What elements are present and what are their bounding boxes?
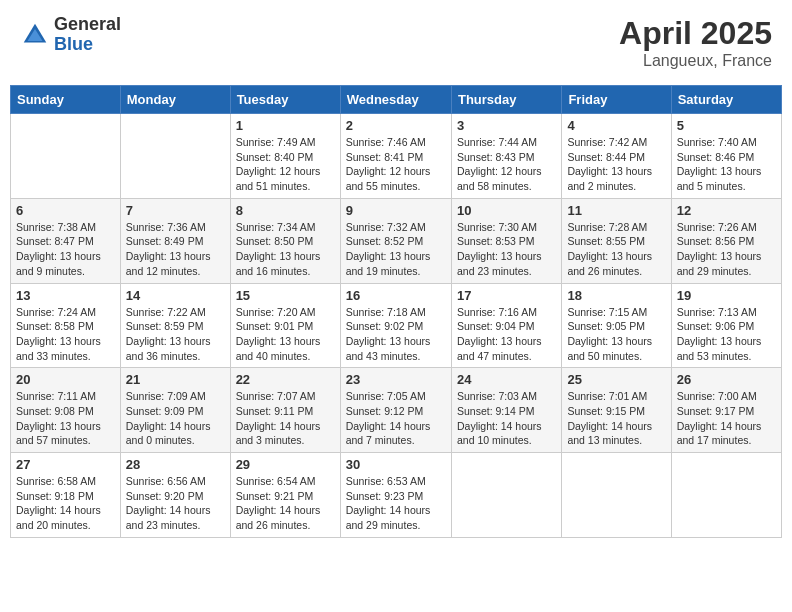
calendar-cell: 10Sunrise: 7:30 AMSunset: 8:53 PMDayligh… (451, 198, 561, 283)
calendar-cell (120, 114, 230, 199)
day-number: 17 (457, 288, 556, 303)
logo-text: General Blue (54, 15, 121, 55)
day-of-week-header: Thursday (451, 86, 561, 114)
logo: General Blue (20, 15, 121, 55)
day-info: Sunrise: 7:38 AMSunset: 8:47 PMDaylight:… (16, 220, 115, 279)
day-number: 23 (346, 372, 446, 387)
day-number: 26 (677, 372, 776, 387)
calendar-table: SundayMondayTuesdayWednesdayThursdayFrid… (10, 85, 782, 538)
day-number: 2 (346, 118, 446, 133)
day-info: Sunrise: 7:09 AMSunset: 9:09 PMDaylight:… (126, 389, 225, 448)
day-number: 10 (457, 203, 556, 218)
calendar-cell: 1Sunrise: 7:49 AMSunset: 8:40 PMDaylight… (230, 114, 340, 199)
day-info: Sunrise: 7:01 AMSunset: 9:15 PMDaylight:… (567, 389, 665, 448)
day-number: 11 (567, 203, 665, 218)
day-info: Sunrise: 7:03 AMSunset: 9:14 PMDaylight:… (457, 389, 556, 448)
calendar-cell: 14Sunrise: 7:22 AMSunset: 8:59 PMDayligh… (120, 283, 230, 368)
day-number: 24 (457, 372, 556, 387)
day-info: Sunrise: 7:13 AMSunset: 9:06 PMDaylight:… (677, 305, 776, 364)
day-number: 13 (16, 288, 115, 303)
day-info: Sunrise: 6:53 AMSunset: 9:23 PMDaylight:… (346, 474, 446, 533)
calendar-cell: 6Sunrise: 7:38 AMSunset: 8:47 PMDaylight… (11, 198, 121, 283)
day-of-week-header: Sunday (11, 86, 121, 114)
day-number: 27 (16, 457, 115, 472)
day-info: Sunrise: 7:40 AMSunset: 8:46 PMDaylight:… (677, 135, 776, 194)
day-of-week-header: Saturday (671, 86, 781, 114)
calendar-cell (671, 453, 781, 538)
day-info: Sunrise: 7:49 AMSunset: 8:40 PMDaylight:… (236, 135, 335, 194)
calendar-cell (11, 114, 121, 199)
calendar-week-row: 20Sunrise: 7:11 AMSunset: 9:08 PMDayligh… (11, 368, 782, 453)
calendar-cell (562, 453, 671, 538)
calendar-cell: 24Sunrise: 7:03 AMSunset: 9:14 PMDayligh… (451, 368, 561, 453)
day-info: Sunrise: 7:15 AMSunset: 9:05 PMDaylight:… (567, 305, 665, 364)
calendar-header-row: SundayMondayTuesdayWednesdayThursdayFrid… (11, 86, 782, 114)
day-number: 14 (126, 288, 225, 303)
day-info: Sunrise: 7:11 AMSunset: 9:08 PMDaylight:… (16, 389, 115, 448)
day-number: 22 (236, 372, 335, 387)
day-info: Sunrise: 7:26 AMSunset: 8:56 PMDaylight:… (677, 220, 776, 279)
day-number: 7 (126, 203, 225, 218)
calendar-cell: 26Sunrise: 7:00 AMSunset: 9:17 PMDayligh… (671, 368, 781, 453)
calendar-cell: 18Sunrise: 7:15 AMSunset: 9:05 PMDayligh… (562, 283, 671, 368)
calendar-cell: 2Sunrise: 7:46 AMSunset: 8:41 PMDaylight… (340, 114, 451, 199)
calendar-cell: 12Sunrise: 7:26 AMSunset: 8:56 PMDayligh… (671, 198, 781, 283)
calendar-cell: 5Sunrise: 7:40 AMSunset: 8:46 PMDaylight… (671, 114, 781, 199)
calendar-cell: 27Sunrise: 6:58 AMSunset: 9:18 PMDayligh… (11, 453, 121, 538)
calendar-cell: 21Sunrise: 7:09 AMSunset: 9:09 PMDayligh… (120, 368, 230, 453)
day-number: 21 (126, 372, 225, 387)
day-info: Sunrise: 7:07 AMSunset: 9:11 PMDaylight:… (236, 389, 335, 448)
logo-icon (20, 20, 50, 50)
day-number: 30 (346, 457, 446, 472)
day-info: Sunrise: 7:05 AMSunset: 9:12 PMDaylight:… (346, 389, 446, 448)
calendar-week-row: 1Sunrise: 7:49 AMSunset: 8:40 PMDaylight… (11, 114, 782, 199)
calendar-cell: 11Sunrise: 7:28 AMSunset: 8:55 PMDayligh… (562, 198, 671, 283)
day-info: Sunrise: 6:54 AMSunset: 9:21 PMDaylight:… (236, 474, 335, 533)
day-info: Sunrise: 7:16 AMSunset: 9:04 PMDaylight:… (457, 305, 556, 364)
day-number: 18 (567, 288, 665, 303)
day-number: 3 (457, 118, 556, 133)
day-of-week-header: Wednesday (340, 86, 451, 114)
day-of-week-header: Monday (120, 86, 230, 114)
day-info: Sunrise: 6:58 AMSunset: 9:18 PMDaylight:… (16, 474, 115, 533)
day-number: 1 (236, 118, 335, 133)
calendar-cell: 8Sunrise: 7:34 AMSunset: 8:50 PMDaylight… (230, 198, 340, 283)
day-number: 19 (677, 288, 776, 303)
logo-general-text: General (54, 15, 121, 35)
month-title: April 2025 (619, 15, 772, 52)
day-info: Sunrise: 7:00 AMSunset: 9:17 PMDaylight:… (677, 389, 776, 448)
day-info: Sunrise: 7:44 AMSunset: 8:43 PMDaylight:… (457, 135, 556, 194)
day-info: Sunrise: 7:34 AMSunset: 8:50 PMDaylight:… (236, 220, 335, 279)
day-info: Sunrise: 7:32 AMSunset: 8:52 PMDaylight:… (346, 220, 446, 279)
day-number: 8 (236, 203, 335, 218)
calendar-cell: 25Sunrise: 7:01 AMSunset: 9:15 PMDayligh… (562, 368, 671, 453)
calendar-cell: 30Sunrise: 6:53 AMSunset: 9:23 PMDayligh… (340, 453, 451, 538)
day-number: 15 (236, 288, 335, 303)
day-of-week-header: Tuesday (230, 86, 340, 114)
day-number: 4 (567, 118, 665, 133)
day-info: Sunrise: 7:36 AMSunset: 8:49 PMDaylight:… (126, 220, 225, 279)
day-info: Sunrise: 7:20 AMSunset: 9:01 PMDaylight:… (236, 305, 335, 364)
title-block: April 2025 Langueux, France (619, 15, 772, 70)
calendar-cell: 28Sunrise: 6:56 AMSunset: 9:20 PMDayligh… (120, 453, 230, 538)
day-info: Sunrise: 7:18 AMSunset: 9:02 PMDaylight:… (346, 305, 446, 364)
day-info: Sunrise: 7:42 AMSunset: 8:44 PMDaylight:… (567, 135, 665, 194)
calendar-cell: 17Sunrise: 7:16 AMSunset: 9:04 PMDayligh… (451, 283, 561, 368)
day-number: 6 (16, 203, 115, 218)
day-number: 12 (677, 203, 776, 218)
day-number: 20 (16, 372, 115, 387)
page-header: General Blue April 2025 Langueux, France (10, 10, 782, 75)
calendar-week-row: 6Sunrise: 7:38 AMSunset: 8:47 PMDaylight… (11, 198, 782, 283)
calendar-cell: 4Sunrise: 7:42 AMSunset: 8:44 PMDaylight… (562, 114, 671, 199)
calendar-week-row: 27Sunrise: 6:58 AMSunset: 9:18 PMDayligh… (11, 453, 782, 538)
calendar-cell: 7Sunrise: 7:36 AMSunset: 8:49 PMDaylight… (120, 198, 230, 283)
day-of-week-header: Friday (562, 86, 671, 114)
day-number: 16 (346, 288, 446, 303)
calendar-cell: 3Sunrise: 7:44 AMSunset: 8:43 PMDaylight… (451, 114, 561, 199)
calendar-cell: 19Sunrise: 7:13 AMSunset: 9:06 PMDayligh… (671, 283, 781, 368)
day-number: 25 (567, 372, 665, 387)
calendar-cell: 9Sunrise: 7:32 AMSunset: 8:52 PMDaylight… (340, 198, 451, 283)
calendar-cell (451, 453, 561, 538)
calendar-cell: 23Sunrise: 7:05 AMSunset: 9:12 PMDayligh… (340, 368, 451, 453)
day-info: Sunrise: 6:56 AMSunset: 9:20 PMDaylight:… (126, 474, 225, 533)
